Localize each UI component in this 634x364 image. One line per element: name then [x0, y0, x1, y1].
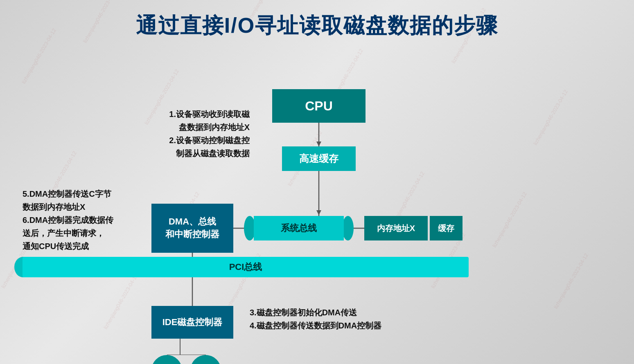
disk-2: 磁盘	[190, 355, 221, 364]
sysbus-right-connector	[342, 216, 354, 240]
annotation-2: 5.DMA控制器传送C字节 数据到内存地址X 6.DMA控制器完成数据传 送后，…	[23, 187, 149, 253]
svg-marker-12	[316, 210, 321, 215]
pci-box: PCI总线	[23, 257, 469, 277]
page-title: 通过直接I/O寻址读取磁盘数据的步骤	[0, 0, 634, 48]
mem-box: 内存地址X	[364, 216, 428, 240]
ide-box: IDE磁盘控制器	[151, 306, 233, 339]
buf-box: 缓存	[430, 216, 463, 240]
main-container: lizhenjiang046-2023-04-12 lizhenjiang046…	[0, 0, 634, 364]
dma-box: DMA、总线 和中断控制器	[151, 204, 233, 253]
annotation-1: 1.设备驱动收到读取磁 盘数据到内存地址X 2.设备驱动控制磁盘控 制器从磁盘读…	[131, 108, 250, 160]
cpu-box: CPU	[272, 89, 366, 123]
annotation-3: 3.磁盘控制器初始化DMA传送 4.磁盘控制器传送数据到DMA控制器	[250, 306, 454, 332]
cache-box: 高速缓存	[282, 146, 356, 171]
sysbus-box: 系统总线	[254, 216, 344, 240]
diagram-area: CPU 高速缓存 DMA、总线 和中断控制器 系统总线 内存地址X 缓存 PCI…	[0, 48, 634, 355]
disk-1: 磁盘	[151, 355, 182, 364]
svg-marker-11	[316, 142, 321, 146]
